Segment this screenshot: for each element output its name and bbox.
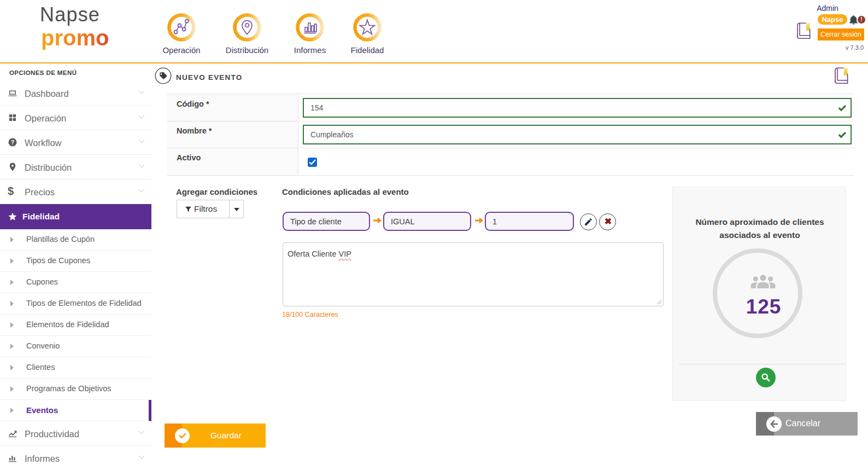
svg-text:?: ? xyxy=(11,139,14,146)
